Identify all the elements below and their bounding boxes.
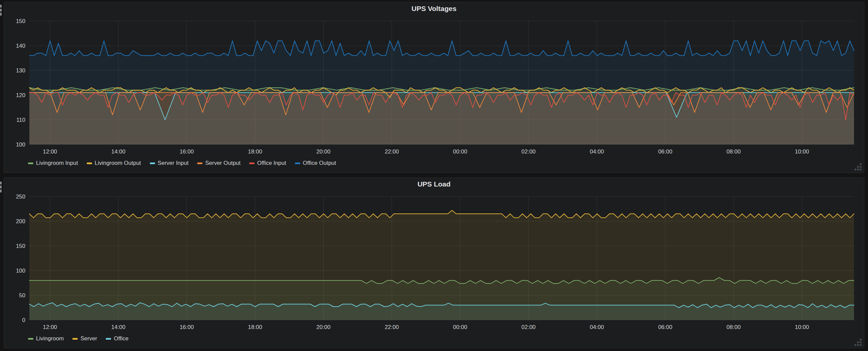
legend-series-color-icon <box>295 163 300 164</box>
svg-text:08:00: 08:00 <box>726 148 741 155</box>
panel-title[interactable]: UPS Voltages <box>4 2 864 15</box>
svg-text:250: 250 <box>16 194 25 200</box>
legend-item[interactable]: Server Output <box>197 160 241 167</box>
svg-text:20:00: 20:00 <box>316 148 331 155</box>
svg-text:14:00: 14:00 <box>111 148 125 155</box>
grafana-dashboard: UPS Voltages 10011012013014015012:0014:0… <box>0 0 868 351</box>
legend-series-name: Server Input <box>158 160 189 167</box>
dashboard-grid: UPS Voltages 10011012013014015012:0014:0… <box>4 2 864 351</box>
grip-dot-icon <box>0 189 2 193</box>
panel-resize-handle-icon[interactable] <box>854 338 862 346</box>
svg-text:02:00: 02:00 <box>521 148 536 155</box>
svg-text:120: 120 <box>16 92 25 98</box>
legend-series-color-icon <box>72 338 78 340</box>
svg-text:12:00: 12:00 <box>43 324 57 330</box>
svg-text:150: 150 <box>16 243 25 249</box>
legend-item[interactable]: Livingroom <box>28 335 64 342</box>
legend-item[interactable]: Livingroom Input <box>28 160 78 167</box>
svg-text:04:00: 04:00 <box>590 148 604 155</box>
svg-text:00:00: 00:00 <box>453 324 467 330</box>
svg-text:22:00: 22:00 <box>384 324 399 330</box>
svg-text:10:00: 10:00 <box>795 148 809 155</box>
legend-series-color-icon <box>87 163 92 164</box>
panel-ups-voltages: UPS Voltages 10011012013014015012:0014:0… <box>4 2 864 173</box>
legend-item[interactable]: Livingroom Output <box>87 160 141 167</box>
svg-text:150: 150 <box>16 18 25 24</box>
legend-series-name: Server Output <box>205 160 241 167</box>
svg-text:22:00: 22:00 <box>384 148 399 155</box>
svg-text:100: 100 <box>16 268 25 274</box>
panel-ups-load: UPS Load 05010015020025012:0014:0016:001… <box>4 177 864 348</box>
svg-text:140: 140 <box>16 43 25 49</box>
ups-load-legend: LivingroomServerOffice <box>28 332 864 345</box>
legend-item[interactable]: Server Input <box>150 160 189 167</box>
svg-text:12:00: 12:00 <box>43 148 57 155</box>
legend-series-color-icon <box>106 338 111 340</box>
ups-load-chart[interactable]: 05010015020025012:0014:0016:0018:0020:00… <box>5 191 863 332</box>
legend-series-name: Office <box>114 335 128 342</box>
grip-dot-icon <box>0 181 2 184</box>
svg-text:16:00: 16:00 <box>180 148 194 155</box>
svg-text:16:00: 16:00 <box>180 324 194 330</box>
svg-text:50: 50 <box>19 292 25 299</box>
legend-series-color-icon <box>249 163 254 164</box>
legend-item[interactable]: Office Output <box>295 160 336 167</box>
legend-series-color-icon <box>197 163 203 164</box>
svg-text:00:00: 00:00 <box>453 148 467 155</box>
ups-voltages-chart[interactable]: 10011012013014015012:0014:0016:0018:0020… <box>5 15 863 156</box>
legend-series-name: Livingroom Input <box>36 160 78 167</box>
panel-row-grip-icon[interactable] <box>0 5 3 20</box>
legend-series-color-icon <box>28 338 33 340</box>
legend-item[interactable]: Server <box>72 335 97 342</box>
svg-text:08:00: 08:00 <box>726 324 741 330</box>
svg-text:200: 200 <box>16 218 25 225</box>
svg-text:04:00: 04:00 <box>590 324 604 330</box>
legend-item[interactable]: Office Input <box>249 160 286 167</box>
legend-series-name: Office Output <box>303 160 336 167</box>
panel-resize-handle-icon[interactable] <box>854 162 862 171</box>
svg-text:100: 100 <box>16 142 25 148</box>
legend-series-name: Server <box>81 335 97 342</box>
svg-text:14:00: 14:00 <box>111 324 125 330</box>
legend-item[interactable]: Office <box>106 335 128 342</box>
svg-text:18:00: 18:00 <box>248 324 262 330</box>
svg-text:18:00: 18:00 <box>248 148 262 155</box>
svg-text:130: 130 <box>16 67 25 74</box>
ups-voltages-legend: Livingroom InputLivingroom OutputServer … <box>28 156 864 170</box>
svg-text:06:00: 06:00 <box>658 324 673 330</box>
panel-row-grip-icon[interactable] <box>0 181 3 197</box>
svg-text:0: 0 <box>22 317 25 323</box>
legend-series-color-icon <box>150 163 155 164</box>
grip-dot-icon <box>0 13 2 16</box>
legend-series-name: Livingroom Output <box>95 160 141 167</box>
panel-title[interactable]: UPS Load <box>4 178 864 191</box>
grip-dot-icon <box>0 5 2 8</box>
legend-series-color-icon <box>28 163 33 164</box>
svg-text:10:00: 10:00 <box>795 324 809 330</box>
svg-text:20:00: 20:00 <box>316 324 331 330</box>
svg-text:06:00: 06:00 <box>658 148 673 155</box>
legend-series-name: Livingroom <box>36 335 64 342</box>
svg-text:02:00: 02:00 <box>521 324 536 330</box>
grip-dot-icon <box>0 9 2 12</box>
legend-series-name: Office Input <box>257 160 286 167</box>
grip-dot-icon <box>0 185 2 188</box>
svg-text:110: 110 <box>17 117 25 123</box>
